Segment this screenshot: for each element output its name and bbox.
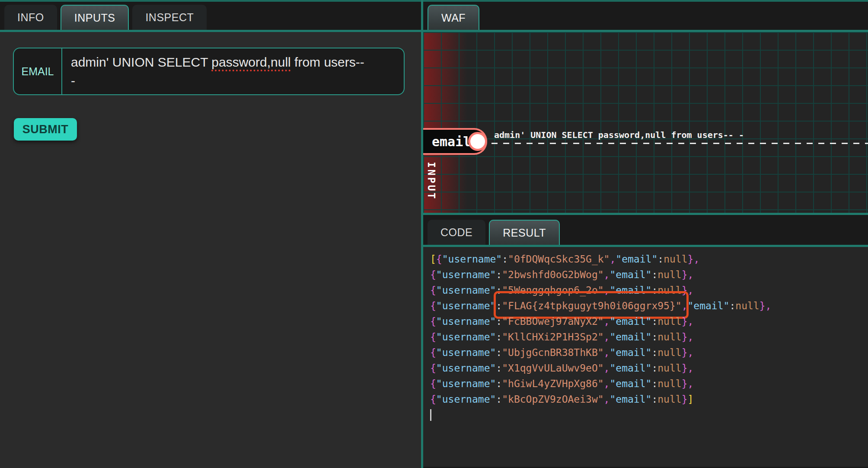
tab-inspect[interactable]: INSPECT — [132, 5, 207, 30]
result-json-line: {"username":"FLAG{z4tpkgugyt9h0i06ggrx95… — [430, 298, 868, 314]
result-json-line: {"username":"hGiwL4yZVHpXg86","email":nu… — [430, 376, 868, 391]
left-tabbar: INFOINPUTSINSPECT — [0, 0, 421, 32]
result-json-line: {"username":"2bwshfd0oG2bWog","email":nu… — [430, 267, 868, 282]
waf-panel: WAF email admin' UNION SELECT password,n… — [423, 0, 868, 468]
result-json-line: [{"username":"0fDQWqcSkc35G_k","email":n… — [430, 251, 868, 267]
result-output: [{"username":"0fDQWqcSkc35G_k","email":n… — [423, 247, 868, 467]
flow-dashed-line — [491, 143, 868, 144]
result-tabbar: CODERESULT — [423, 215, 868, 247]
tab-result[interactable]: RESULT — [489, 220, 560, 245]
tab-waf[interactable]: WAF — [428, 5, 479, 30]
email-input[interactable]: admin' UNION SELECT password,null from u… — [62, 48, 404, 94]
tab-info[interactable]: INFO — [4, 5, 57, 30]
result-json-line: {"username":"UbjgGcnBR38ThKB","email":nu… — [430, 345, 868, 360]
result-json-line: {"username":"kBcOpZV9zOAei3w","email":nu… — [430, 391, 868, 407]
waf-tabbar: WAF — [423, 0, 868, 32]
submit-button[interactable]: SUBMIT — [14, 118, 77, 141]
email-field[interactable]: EMAIL admin' UNION SELECT password,null … — [13, 48, 405, 95]
spellcheck-underline: password,null — [211, 55, 290, 69]
waf-flow-diagram: email admin' UNION SELECT password,null … — [423, 32, 868, 215]
result-json-line: {"username":"X1qgVvULaUwv9eO","email":nu… — [430, 360, 868, 376]
tab-code[interactable]: CODE — [428, 220, 485, 245]
input-axis-label: INPUT — [426, 162, 437, 200]
email-field-label: EMAIL — [14, 48, 62, 94]
result-json-line: {"username":"FcBBOwej97aNyX2","email":nu… — [430, 314, 868, 329]
inputs-tab-content: EMAIL admin' UNION SELECT password,null … — [0, 32, 421, 468]
result-json-line: {"username":"KllCHXi2P1H3Sp2","email":nu… — [430, 329, 868, 345]
email-input-line1: admin' UNION SELECT password,null from u… — [71, 53, 395, 71]
connector-node — [468, 132, 487, 151]
email-input-line2: - — [71, 71, 395, 90]
payload-text: admin' UNION SELECT password,null from u… — [494, 130, 868, 140]
tab-inputs[interactable]: INPUTS — [61, 5, 129, 30]
result-json-line: {"username":"5Wenggqhgop6_2o","email":nu… — [430, 282, 868, 298]
text-cursor — [430, 409, 431, 421]
request-panel: INFOINPUTSINSPECT EMAIL admin' UNION SEL… — [0, 0, 421, 468]
